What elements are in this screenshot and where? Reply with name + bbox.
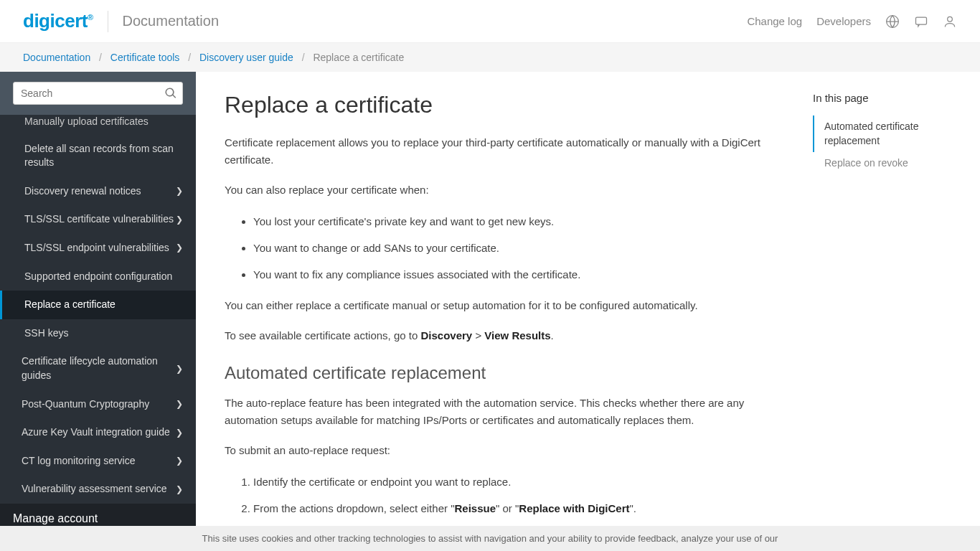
sidebar-item[interactable]: Delete all scan records from scan result… — [0, 135, 196, 177]
toc-item[interactable]: Automated certificate replacement — [813, 116, 942, 152]
logo[interactable]: digicert® — [23, 10, 93, 32]
list-item: You want to fix any compliance issues as… — [253, 265, 784, 284]
breadcrumb-sep: / — [188, 52, 191, 63]
sidebar-item[interactable]: TLS/SSL endpoint vulnerabilities❯ — [0, 234, 196, 263]
sidebar-item[interactable]: Vulnerability assessment service❯ — [0, 475, 196, 504]
sidebar-item-active[interactable]: Replace a certificate — [0, 291, 196, 319]
search-icon[interactable] — [164, 87, 177, 100]
chevron-right-icon: ❯ — [176, 398, 183, 410]
breadcrumb-link[interactable]: Discovery user guide — [199, 52, 293, 63]
chat-icon[interactable] — [914, 14, 928, 29]
sidebar-item[interactable]: Manually upload certificates — [0, 115, 196, 135]
list-item: You lost your certificate's private key … — [253, 212, 784, 231]
nav: Manually upload certificates Delete all … — [0, 115, 196, 548]
chevron-right-icon: ❯ — [176, 427, 183, 439]
sidebar: Manually upload certificates Delete all … — [0, 72, 196, 548]
main-content: Replace a certificate Certificate replac… — [196, 72, 813, 548]
layout: Manually upload certificates Delete all … — [0, 72, 980, 548]
list-item: From the actions dropdown, select either… — [253, 499, 784, 518]
sidebar-item[interactable]: CT log monitoring service❯ — [0, 447, 196, 476]
header: digicert® Documentation Change log Devel… — [0, 0, 980, 43]
chevron-right-icon: ❯ — [176, 484, 183, 496]
paragraph: To see available certificate actions, go… — [225, 327, 784, 344]
sidebar-item[interactable]: Supported endpoint configuration — [0, 263, 196, 291]
chevron-right-icon: ❯ — [176, 242, 183, 254]
breadcrumb-sep: / — [302, 52, 305, 63]
chevron-right-icon: ❯ — [176, 214, 183, 226]
svg-point-2 — [948, 17, 953, 22]
changelog-link[interactable]: Change log — [747, 15, 802, 27]
developers-link[interactable]: Developers — [816, 15, 871, 27]
paragraph: You can either replace a certificate man… — [225, 297, 784, 314]
paragraph: To submit an auto-replace request: — [225, 442, 784, 459]
search-box — [13, 82, 183, 105]
toc: In this page Automated certificate repla… — [813, 72, 956, 548]
breadcrumb-link[interactable]: Documentation — [23, 52, 90, 63]
paragraph: The auto-replace feature has been integr… — [225, 395, 784, 429]
chevron-right-icon: ❯ — [176, 363, 183, 375]
breadcrumb-current: Replace a certificate — [313, 52, 404, 63]
chevron-right-icon: ❯ — [176, 455, 183, 467]
sidebar-item[interactable]: Azure Key Vault integration guide❯ — [0, 418, 196, 447]
paragraph: Certificate replacement allows you to re… — [225, 134, 784, 169]
paragraph: You can also replace your certificate wh… — [225, 182, 784, 199]
content-wrap: Replace a certificate Certificate replac… — [196, 72, 980, 548]
section-heading: Automated certificate replacement — [225, 363, 784, 383]
header-divider — [108, 11, 108, 32]
user-icon[interactable] — [943, 14, 957, 29]
breadcrumb-sep: / — [99, 52, 102, 63]
bullet-list: You lost your certificate's private key … — [253, 212, 784, 284]
list-item: You want to change or add SANs to your c… — [253, 238, 784, 258]
cookie-banner: This site uses cookies and other trackin… — [0, 526, 980, 551]
toc-item[interactable]: Replace on revoke — [813, 152, 942, 175]
list-item: Identify the certificate or endpoint you… — [253, 472, 784, 491]
header-title: Documentation — [123, 13, 220, 29]
chevron-right-icon: ❯ — [176, 185, 183, 197]
search-wrap — [0, 72, 196, 115]
breadcrumb: Documentation / Certificate tools / Disc… — [0, 43, 980, 72]
header-right: Change log Developers — [747, 14, 957, 29]
sidebar-item[interactable]: TLS/SSL certificate vulnerabilities❯ — [0, 205, 196, 234]
breadcrumb-link[interactable]: Certificate tools — [110, 52, 179, 63]
search-input[interactable] — [13, 82, 183, 105]
sidebar-item[interactable]: Certificate lifecycle automation guides❯ — [0, 347, 196, 390]
sidebar-item[interactable]: SSH keys — [0, 319, 196, 348]
toc-title: In this page — [813, 92, 942, 104]
sidebar-item[interactable]: Post-Quantum Cryptography❯ — [0, 390, 196, 419]
page-title: Replace a certificate — [225, 92, 784, 118]
globe-icon[interactable] — [885, 14, 900, 29]
sidebar-item[interactable]: Discovery renewal notices❯ — [0, 177, 196, 206]
